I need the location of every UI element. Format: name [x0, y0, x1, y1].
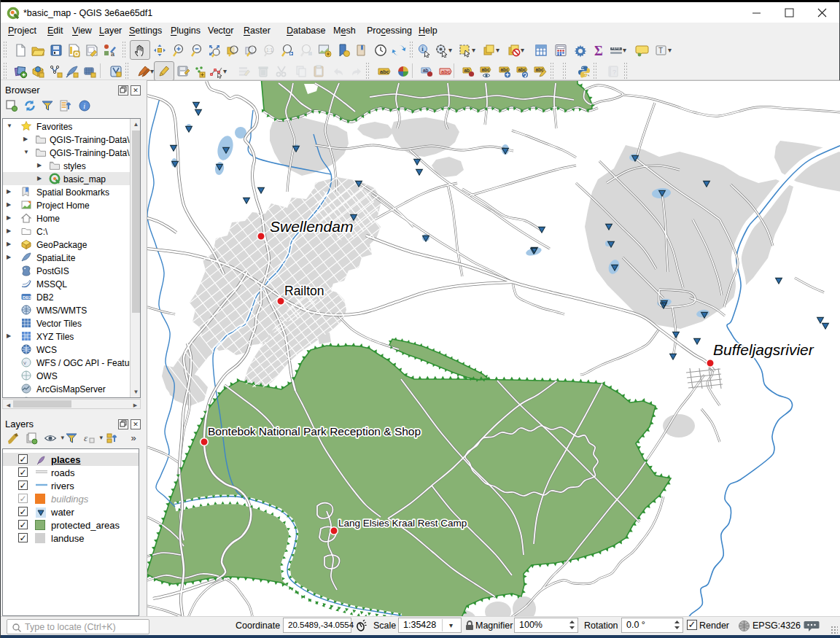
svg-text:abc: abc: [482, 67, 491, 72]
svg-text:ε: ε: [84, 432, 88, 443]
svg-text:1:1: 1:1: [266, 47, 273, 52]
svg-text:?: ?: [612, 69, 616, 76]
svg-text:Σ: Σ: [594, 44, 603, 58]
svg-text:Railton: Railton: [284, 284, 324, 298]
svg-text:V: V: [23, 361, 26, 365]
svg-text:Bontebok National Park Recepti: Bontebok National Park Reception & Shop: [208, 425, 421, 437]
svg-text:abc: abc: [380, 69, 389, 75]
svg-text:abc: abc: [518, 67, 527, 72]
svg-text:abc: abc: [501, 67, 510, 72]
svg-text:T: T: [658, 47, 663, 55]
svg-text:Buffeljagsrivier: Buffeljagsrivier: [713, 341, 814, 358]
svg-text:DB2: DB2: [23, 295, 32, 300]
svg-text:Lang Elsies Kraal Rest Camp: Lang Elsies Kraal Rest Camp: [338, 518, 467, 529]
svg-text:i: i: [83, 102, 85, 110]
svg-text:a: a: [111, 50, 114, 58]
svg-text:ab: ab: [423, 68, 429, 73]
svg-text:abc: abc: [441, 69, 451, 75]
svg-text:Swellendam: Swellendam: [270, 218, 353, 235]
svg-text:ab: ab: [464, 68, 470, 73]
